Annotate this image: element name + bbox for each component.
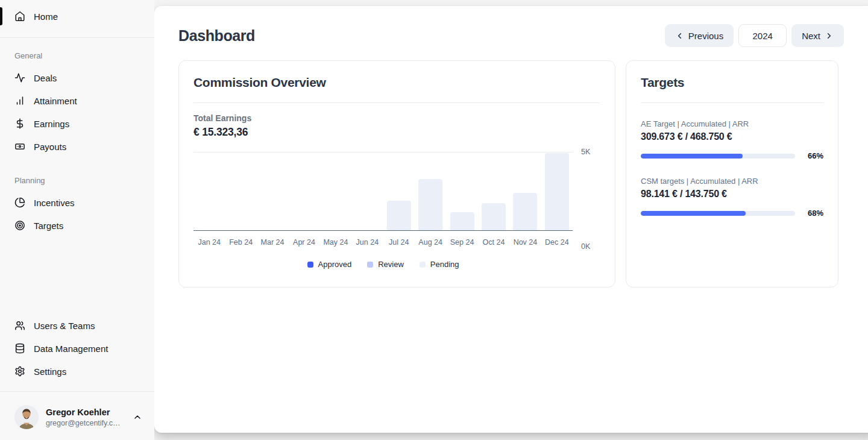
- year-navigation: Previous 2024 Next: [665, 24, 844, 47]
- x-axis-label: Jun 24: [351, 238, 383, 247]
- bar-column-apr-24: [288, 152, 319, 230]
- next-year-button[interactable]: Next: [791, 24, 844, 47]
- x-axis-label: Oct 24: [478, 238, 509, 247]
- sidebar-item-label: Data Management: [34, 344, 108, 354]
- sidebar-item-deals[interactable]: Deals: [0, 66, 154, 89]
- bar-column-aug-24: [415, 152, 446, 230]
- target-progress-row: 66%: [641, 151, 823, 160]
- chart-plot-area: [193, 152, 573, 231]
- app-sidebar: Home General Deals Attainment Earnings P…: [0, 0, 154, 440]
- chevron-left-icon: [675, 31, 684, 40]
- previous-year-button[interactable]: Previous: [665, 24, 734, 47]
- y-tick-max: 5K: [581, 148, 600, 156]
- card-divider: [193, 102, 600, 103]
- bar-stack: [482, 203, 506, 230]
- targets-card-title: Targets: [641, 75, 823, 90]
- x-axis-label: Mar 24: [257, 238, 288, 247]
- total-earnings: Total Earnings € 15.323,36: [193, 113, 600, 139]
- panel-header: Dashboard Previous 2024 Next: [178, 24, 844, 47]
- legend-swatch: [420, 262, 426, 268]
- legend-item-approved: Approved: [307, 260, 352, 269]
- y-tick-min: 0K: [581, 242, 600, 251]
- sidebar-item-earnings[interactable]: Earnings: [0, 112, 154, 135]
- sidebar-section-general: General: [0, 43, 154, 66]
- sidebar-item-label: Attainment: [34, 96, 77, 106]
- profile-name: Gregor Koehler: [46, 407, 125, 417]
- chart-legend: ApprovedReviewPending: [193, 260, 600, 269]
- sidebar-item-label: Payouts: [34, 142, 66, 152]
- total-earnings-value: € 15.323,36: [193, 126, 600, 139]
- bar-stack: [513, 193, 537, 230]
- year-display[interactable]: 2024: [738, 24, 787, 47]
- x-axis-label: Dec 24: [541, 238, 573, 247]
- target-value: 98.141 € / 143.750 €: [641, 189, 823, 200]
- commission-bar-chart: Jan 24Feb 24Mar 24Apr 24May 24Jun 24Jul …: [193, 152, 600, 247]
- home-icon: [14, 11, 25, 22]
- avatar: [14, 405, 39, 429]
- sidebar-item-data-management[interactable]: Data Management: [0, 337, 154, 360]
- sidebar-item-home[interactable]: Home: [0, 0, 154, 33]
- target-percent: 66%: [805, 151, 823, 160]
- total-earnings-label: Total Earnings: [193, 113, 600, 123]
- target-value: 309.673 € / 468.750 €: [641, 131, 823, 142]
- sidebar-item-payouts[interactable]: Payouts: [0, 135, 154, 158]
- bar-segment-pending: [418, 179, 442, 230]
- commission-overview-card: Commission Overview Total Earnings € 15.…: [178, 60, 615, 288]
- sidebar-item-users-teams[interactable]: Users & Teams: [0, 314, 154, 337]
- y-axis: 5K 0K: [573, 152, 600, 247]
- progress-track: [641, 211, 795, 216]
- next-label: Next: [802, 31, 820, 41]
- profile-email: gregor@getcentify.c…: [46, 419, 125, 427]
- bar-column-feb-24: [225, 152, 256, 230]
- sidebar-item-settings[interactable]: Settings: [0, 360, 154, 383]
- legend-item-pending: Pending: [420, 260, 459, 269]
- sidebar-item-label: Earnings: [34, 119, 69, 129]
- bar-column-jan-24: [193, 152, 225, 230]
- gear-icon: [14, 366, 25, 377]
- legend-label: Approved: [318, 260, 352, 269]
- previous-label: Previous: [688, 31, 723, 41]
- bar-column-jun-24: [351, 152, 383, 230]
- plot-wrap: Jan 24Feb 24Mar 24Apr 24May 24Jun 24Jul …: [193, 152, 573, 247]
- bar-column-mar-24: [257, 152, 288, 230]
- target-progress-fill: [641, 154, 743, 159]
- target-label: AE Target | Accumulated | ARR: [641, 119, 823, 128]
- legend-item-review: Review: [367, 260, 404, 269]
- bar-segment-pending: [513, 193, 537, 230]
- sidebar-item-label: Targets: [34, 221, 63, 231]
- bar-chart-icon: [14, 95, 25, 106]
- sidebar-item-label: Incentives: [34, 198, 75, 208]
- target-progress-row: 68%: [641, 209, 823, 218]
- card-divider: [641, 102, 823, 103]
- x-axis-label: Apr 24: [288, 238, 319, 247]
- progress-track: [641, 154, 795, 159]
- targets-card: Targets AE Target | Accumulated | ARR 30…: [626, 60, 838, 288]
- x-axis-label: Feb 24: [225, 238, 256, 247]
- x-axis-label: Aug 24: [415, 238, 446, 247]
- x-axis-label: May 24: [320, 238, 351, 247]
- banknote-icon: [14, 141, 25, 152]
- legend-label: Pending: [430, 260, 459, 269]
- profile-texts: Gregor Koehler gregor@getcentify.c…: [46, 407, 125, 427]
- database-icon: [14, 343, 25, 354]
- user-profile-button[interactable]: Gregor Koehler gregor@getcentify.c…: [0, 397, 154, 440]
- cards-row: Commission Overview Total Earnings € 15.…: [178, 60, 844, 288]
- bar-stack: [387, 201, 411, 230]
- bar-column-sep-24: [446, 152, 477, 230]
- target-label: CSM targets | Accumulated | ARR: [641, 177, 823, 186]
- sidebar-item-attainment[interactable]: Attainment: [0, 89, 154, 112]
- dollar-icon: [14, 118, 25, 129]
- sidebar-item-label: Deals: [34, 73, 57, 83]
- bar-stack: [450, 212, 474, 230]
- chevron-up-icon[interactable]: [133, 412, 142, 422]
- target-percent: 68%: [805, 209, 823, 218]
- x-axis-label: Sep 24: [446, 238, 477, 247]
- bar-column-jul-24: [383, 152, 415, 230]
- page-title: Dashboard: [178, 27, 255, 45]
- sidebar-item-targets[interactable]: Targets: [0, 214, 154, 237]
- sidebar-item-incentives[interactable]: Incentives: [0, 191, 154, 214]
- pie-chart-icon: [14, 197, 25, 208]
- bar-stack: [545, 153, 569, 230]
- target-icon: [14, 220, 25, 231]
- sidebar-divider: [0, 391, 154, 392]
